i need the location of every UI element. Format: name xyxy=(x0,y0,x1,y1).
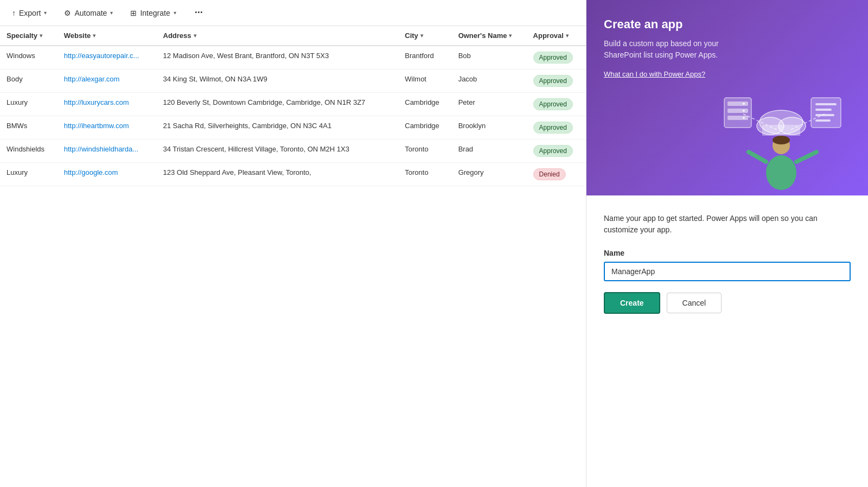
panel-body: Name your app to get started. Power Apps… xyxy=(586,195,868,331)
approval-badge: Approved xyxy=(533,98,573,110)
svg-rect-16 xyxy=(815,114,834,116)
col-owners-name[interactable]: Owner's Name ▾ xyxy=(452,26,527,46)
svg-rect-5 xyxy=(727,116,748,120)
cloud-illustration xyxy=(700,81,863,190)
svg-rect-17 xyxy=(815,119,831,122)
col-address[interactable]: Address ▾ xyxy=(157,26,399,46)
data-table: Specialty ▾ Website ▾ Address ▾ xyxy=(0,26,586,186)
cell-address: 12 Madison Ave, West Brant, Brantford, O… xyxy=(157,46,399,69)
panel-title: Create an app xyxy=(604,17,851,31)
approval-badge: Approved xyxy=(533,52,573,64)
svg-point-6 xyxy=(743,103,745,105)
cell-address: 120 Beverly St, Downtown Cambridge, Camb… xyxy=(157,93,399,116)
cell-specialty: BMWs xyxy=(0,116,58,140)
cell-approval: Approved xyxy=(527,93,586,116)
cell-owners-name: Jacob xyxy=(452,69,527,93)
table-row: BMWs http://iheartbmw.com 21 Sacha Rd, S… xyxy=(0,116,586,140)
table-row: Windshields http://windshieldharda... 34… xyxy=(0,140,586,163)
cell-city: Wilmot xyxy=(398,69,451,93)
col-specialty[interactable]: Specialty ▾ xyxy=(0,26,58,46)
cell-owners-name: Brad xyxy=(452,140,527,163)
cell-website[interactable]: http://iheartbmw.com xyxy=(58,116,157,140)
cell-specialty: Body xyxy=(0,69,58,93)
integrate-button[interactable]: ⊞ Integrate ▾ xyxy=(127,7,179,20)
col-approval[interactable]: Approval ▾ xyxy=(527,26,586,46)
right-panel: Create an app Build a custom app based o… xyxy=(586,0,868,487)
cell-city: Brantford xyxy=(398,46,451,69)
cell-city: Toronto xyxy=(398,163,451,186)
cell-specialty: Luxury xyxy=(0,93,58,116)
cell-website[interactable]: http://google.com xyxy=(58,163,157,186)
toolbar: ↑ Export ▾ ⚙ Automate ▾ ⊞ Integrate ▾ ··… xyxy=(0,0,586,26)
cancel-button[interactable]: Cancel xyxy=(667,293,722,313)
cell-website[interactable]: http://alexgar.com xyxy=(58,69,157,93)
cell-city: Cambridge xyxy=(398,116,451,140)
cell-city: Cambridge xyxy=(398,93,451,116)
panel-body-description: Name your app to get started. Power Apps… xyxy=(604,213,851,236)
cell-owners-name: Brooklyn xyxy=(452,116,527,140)
cell-approval: Approved xyxy=(527,140,586,163)
cell-specialty: Luxury xyxy=(0,163,58,186)
address-sort-icon: ▾ xyxy=(194,33,196,39)
automate-button[interactable]: ⚙ Automate ▾ xyxy=(61,7,116,20)
power-apps-link[interactable]: What can I do with Power Apps? xyxy=(604,70,705,78)
table-row: Windows http://easyautorepair.c... 12 Ma… xyxy=(0,46,586,69)
panel-description: Build a custom app based on your SharePo… xyxy=(604,38,756,61)
cell-approval: Approved xyxy=(527,116,586,140)
col-city[interactable]: City ▾ xyxy=(398,26,451,46)
create-button[interactable]: Create xyxy=(604,292,660,314)
svg-rect-13 xyxy=(811,98,841,128)
svg-line-20 xyxy=(749,152,766,162)
main-content: ↑ Export ▾ ⚙ Automate ▾ ⊞ Integrate ▾ ··… xyxy=(0,0,586,487)
approval-badge: Approved xyxy=(533,75,573,87)
svg-point-19 xyxy=(766,155,796,190)
svg-point-22 xyxy=(773,136,790,144)
approval-badge: Approved xyxy=(533,145,573,157)
more-options-button[interactable]: ··· xyxy=(190,5,207,21)
automate-chevron-icon: ▾ xyxy=(110,10,113,16)
table-row: Body http://alexgar.com 34 King St, Wilm… xyxy=(0,69,586,93)
cell-website[interactable]: http://windshieldharda... xyxy=(58,140,157,163)
svg-point-8 xyxy=(743,117,745,119)
cell-approval: Approved xyxy=(527,46,586,69)
svg-rect-14 xyxy=(815,103,837,105)
cell-website[interactable]: http://luxurycars.com xyxy=(58,93,157,116)
website-sort-icon: ▾ xyxy=(93,33,95,39)
table-area: Specialty ▾ Website ▾ Address ▾ xyxy=(0,26,586,487)
button-row: Create Cancel xyxy=(604,292,851,314)
name-label: Name xyxy=(604,249,851,257)
city-sort-icon: ▾ xyxy=(420,33,423,39)
export-chevron-icon: ▾ xyxy=(44,10,47,16)
table-header-row: Specialty ▾ Website ▾ Address ▾ xyxy=(0,26,586,46)
app-name-input[interactable] xyxy=(604,262,851,281)
col-website[interactable]: Website ▾ xyxy=(58,26,157,46)
approval-sort-icon: ▾ xyxy=(566,33,569,39)
cell-owners-name: Gregory xyxy=(452,163,527,186)
approval-badge: Denied xyxy=(533,168,566,180)
cell-address: 34 King St, Wilmot, ON N3A 1W9 xyxy=(157,69,399,93)
cell-website[interactable]: http://easyautorepair.c... xyxy=(58,46,157,69)
panel-header: Create an app Build a custom app based o… xyxy=(586,0,868,195)
svg-rect-3 xyxy=(727,102,748,106)
cell-address: 123 Old Sheppard Ave, Pleasant View, Tor… xyxy=(157,163,399,186)
cell-owners-name: Bob xyxy=(452,46,527,69)
table-row: Luxury http://luxurycars.com 120 Beverly… xyxy=(0,93,586,116)
export-label: Export xyxy=(19,9,41,17)
cell-approval: Denied xyxy=(527,163,586,186)
cell-address: 21 Sacha Rd, Silverheights, Cambridge, O… xyxy=(157,116,399,140)
approval-badge: Approved xyxy=(533,122,573,134)
export-button[interactable]: ↑ Export ▾ xyxy=(9,7,50,20)
cell-specialty: Windshields xyxy=(0,140,58,163)
svg-point-7 xyxy=(743,110,745,112)
integrate-label: Integrate xyxy=(140,9,170,17)
automate-label: Automate xyxy=(74,9,107,17)
cell-address: 34 Tristan Crescent, Hillcrest Village, … xyxy=(157,140,399,163)
table-row: Luxury http://google.com 123 Old Sheppar… xyxy=(0,163,586,186)
cell-specialty: Windows xyxy=(0,46,58,69)
svg-rect-15 xyxy=(815,109,832,111)
export-icon: ↑ xyxy=(12,9,16,17)
cell-approval: Approved xyxy=(527,69,586,93)
automate-icon: ⚙ xyxy=(64,9,71,17)
specialty-sort-icon: ▾ xyxy=(40,33,42,39)
integrate-chevron-icon: ▾ xyxy=(174,10,176,16)
